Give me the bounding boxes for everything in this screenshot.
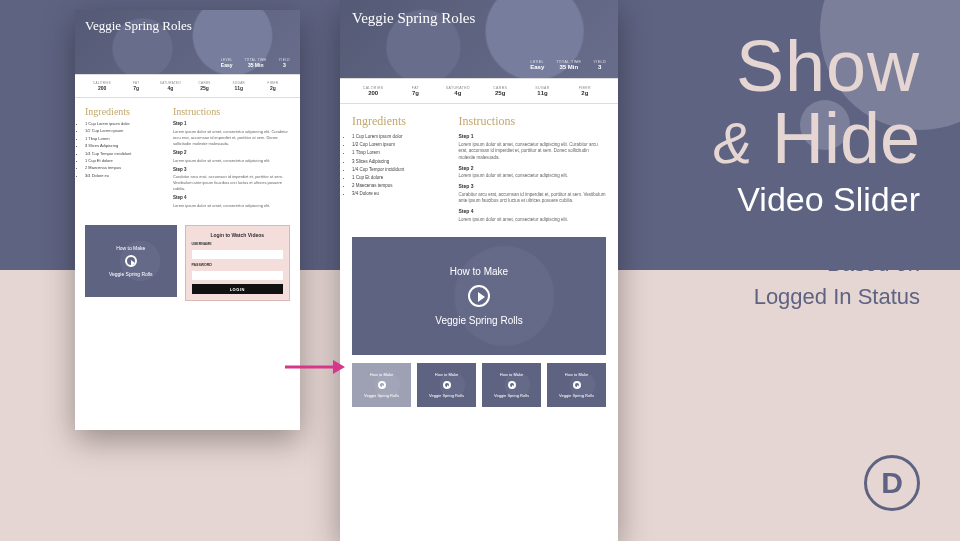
recipe-meta: LEVELEasy TOTAL TIME35 Min YIELD3 [221,58,290,68]
video-slider-main[interactable]: How to Make Veggie Spring Rolls [352,237,606,355]
play-icon [125,255,137,267]
recipe-meta: LEVELEasy TOTAL TIME35 Min YIELD3 [530,60,606,70]
video-title: Veggie Spring Rolls [435,315,522,326]
play-icon [443,381,451,389]
video-thumb[interactable]: How to MakeVeggie Spring Rolls [352,363,411,407]
video-thumb[interactable]: How to MakeVeggie Spring Rolls [482,363,541,407]
video-eyebrow: How to Make [116,245,145,251]
mock-logged-out: Veggie Spring Roles LEVELEasy TOTAL TIME… [75,10,300,430]
divi-logo: D [864,455,920,511]
headline-block: Show & Hide Video Slider Based onLogged … [610,30,920,313]
password-label: PASSWORD [192,263,284,267]
login-form: Login to Watch Videos USERNAME PASSWORD … [185,225,291,301]
password-input[interactable] [192,271,284,280]
username-label: USERNAME [192,242,284,246]
ingredients-heading: Ingredients [352,114,449,129]
video-eyebrow: How to Make [450,266,508,277]
username-input[interactable] [192,250,284,259]
play-icon [508,381,516,389]
instructions-heading: Instructions [459,114,606,129]
video-title: Veggie Spring Rolls [109,271,153,277]
play-icon [378,381,386,389]
recipe-title: Veggie Spring Roles [85,18,290,34]
headline-line1: Show [610,30,920,102]
login-heading: Login to Watch Videos [192,232,284,238]
svg-marker-1 [333,360,345,374]
headline-sub: Based onLogged In Status [610,247,920,313]
play-icon [573,381,581,389]
nutrition-row: CALORIES200 FAT7g SATURATED4g CARBS25g S… [75,74,300,98]
video-thumb[interactable]: How to MakeVeggie Spring Rolls [417,363,476,407]
recipe-body: Ingredients 1 Cup Lorem ipsum dolor1/2 C… [340,104,618,233]
hero: Veggie Spring Roles LEVELEasy TOTAL TIME… [340,0,618,78]
arrow-icon [285,360,345,374]
instructions-heading: Instructions [173,106,290,117]
instructions-list: Step 1Lorem ipsum dolor sit amet, consec… [459,133,606,223]
recipe-title: Veggie Spring Roles [352,10,606,27]
video-thumb[interactable]: How to MakeVeggie Spring Rolls [547,363,606,407]
ingredients-list: 1 Cup Lorem ipsum dolor1/2 Cup Lorem ips… [352,133,449,198]
mock-logged-in: Veggie Spring Roles LEVELEasy TOTAL TIME… [340,0,618,541]
headline-line2: & Hide [610,102,920,174]
video-teaser[interactable]: How to Make Veggie Spring Rolls [85,225,177,297]
headline-line3: Video Slider [610,180,920,219]
ingredients-list: 1 Cup Lorem ipsum dolor1/2 Cup Lorem ips… [85,121,163,179]
ampersand: & [713,110,752,175]
recipe-body: Ingredients 1 Cup Lorem ipsum dolor1/2 C… [75,98,300,217]
hero: Veggie Spring Roles LEVELEasy TOTAL TIME… [75,10,300,74]
ingredients-heading: Ingredients [85,106,163,117]
login-button[interactable]: LOGIN [192,284,284,294]
nutrition-row: CALORIES200 FAT7g SATURATED4g CARBS25g S… [340,78,618,104]
video-slider-thumbs: How to MakeVeggie Spring Rolls How to Ma… [340,363,618,419]
instructions-list: Step 1Lorem ipsum dolor sit amet, consec… [173,121,290,209]
play-icon [468,285,490,307]
